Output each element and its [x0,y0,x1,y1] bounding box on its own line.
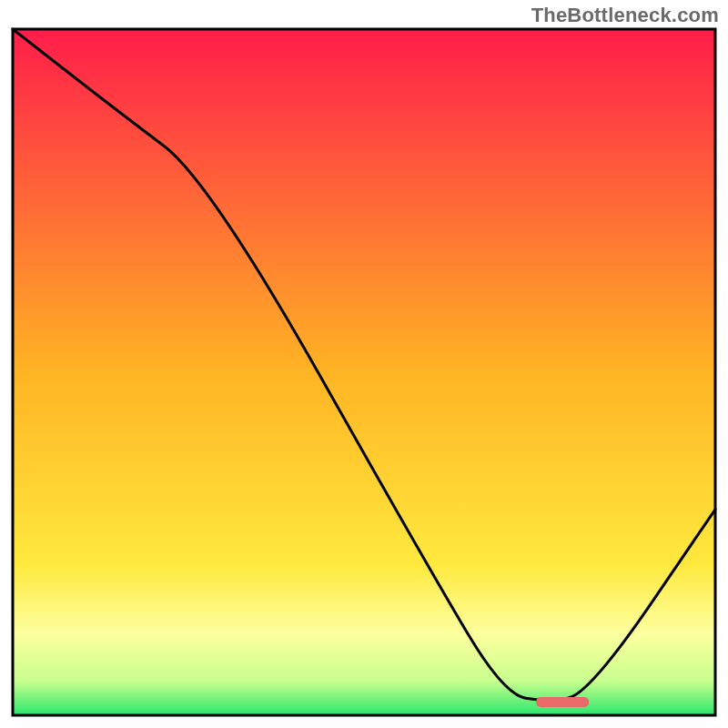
watermark-label: TheBottleneck.com [531,4,719,27]
chart-container: TheBottleneck.com [0,0,728,728]
optimal-marker [536,697,589,707]
bottleneck-chart [0,0,728,728]
gradient-background [13,29,715,715]
